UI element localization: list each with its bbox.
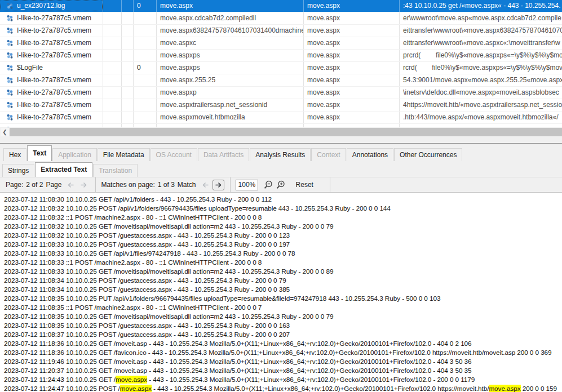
zoom-level-field[interactable]: 100% — [236, 180, 258, 190]
tab-annotations[interactable]: Annotations — [347, 148, 393, 161]
extracted-text-pane: 2023-07-12 11:08:30 10.10.0.25 GET /api/… — [0, 193, 562, 392]
keyword-match-cell: move.aspxc — [157, 37, 304, 49]
arrow-left-icon — [201, 182, 210, 188]
file-name-cell: $LogFile — [0, 62, 103, 74]
occurrences-cell: 0 — [134, 0, 157, 12]
keyword-match-cell: move.aspx.255.25 — [157, 74, 304, 86]
tab-other-occurrences[interactable]: Other Occurrences — [394, 148, 462, 161]
preview-cell: 4https://moveit.htb/«move.aspxtrailersas… — [400, 99, 562, 111]
score-cell — [103, 37, 122, 49]
tab-text[interactable]: Text — [27, 145, 52, 161]
file-name-cell: I-like-to-27a787c5.vmem — [0, 74, 103, 86]
zoom-out-icon[interactable] — [263, 180, 273, 190]
preview-cell: eittransfer\wwwroot\«move.aspx6382475787… — [400, 25, 562, 37]
keyword-highlight: move.aspx — [489, 385, 520, 392]
occurrences-cell — [134, 37, 157, 49]
preview-cell: :43 10.10.0.25 get /«move.aspx« - 443 - … — [400, 0, 562, 12]
scrollbar-thumb[interactable] — [10, 128, 562, 136]
scroll-left-button[interactable]: ❮ — [1, 128, 9, 136]
match-prev-button — [200, 180, 211, 190]
table-row[interactable]: $LogFile 0 move.aspxps move.aspx rcrd( f… — [0, 62, 562, 74]
tab-analysis-results[interactable]: Analysis Results — [250, 148, 311, 161]
keyword-hit-icon — [6, 51, 14, 60]
comment-cell — [122, 50, 134, 61]
tab-data-artifacts: Data Artifacts — [198, 148, 249, 161]
matches-label: Matches on page: — [101, 181, 154, 189]
scroll-left-icon: ❮ — [2, 129, 7, 135]
keyword-hit-icon — [6, 2, 14, 10]
occurrences-cell — [134, 25, 157, 37]
keyword-cell: move.aspx — [304, 50, 400, 61]
keyword-hit-icon — [6, 101, 14, 109]
comment-cell — [122, 74, 134, 86]
log-line: 2023-07-12 11:08:32 10.10.0.25 POST /gue… — [4, 231, 562, 240]
log-line: 2023-07-12 11:08:34 10.10.0.25 POST /gue… — [4, 276, 562, 285]
comment-cell — [122, 99, 134, 111]
table-row[interactable]: I-like-to-27a787c5.vmem move.aspxtrailer… — [0, 99, 562, 112]
tab-translation: Translation — [93, 164, 138, 177]
page-value: 2 of 2 — [26, 181, 43, 189]
table-row[interactable]: I-like-to-27a787c5.vmem move.aspxps move… — [0, 50, 562, 62]
table-row-selected[interactable]: u_ex230712.log 0 move.aspx move.aspx :43… — [0, 0, 562, 12]
toolbar-separator — [230, 177, 231, 192]
table-row[interactable]: I-like-to-27a787c5.vmem move.aspxmoveit.… — [0, 112, 562, 124]
keyword-hits-table: u_ex230712.log 0 move.aspx move.aspx :43… — [0, 0, 562, 127]
tab-extracted-text[interactable]: Extracted Text — [35, 162, 92, 177]
keyword-cell: move.aspx — [304, 37, 400, 49]
text-viewer-toolbar: Page: 2 of 2 Page Matches on page: 1 of … — [0, 177, 562, 193]
log-line: 2023-07-12 11:19:46 10.10.0.25 GET /move… — [4, 357, 562, 366]
arrow-right-icon — [214, 182, 223, 188]
keyword-hit-icon — [6, 76, 14, 84]
page-label: Page: — [6, 181, 23, 189]
tab-context: Context — [311, 148, 346, 161]
comment-cell — [122, 62, 134, 74]
tab-file-metadata[interactable]: File Metadata — [98, 148, 150, 161]
score-cell — [103, 25, 122, 37]
arrow-left-icon — [67, 182, 75, 188]
keyword-cell: move.aspx — [304, 12, 400, 24]
occurrences-cell: 0 — [134, 62, 157, 74]
comment-cell — [122, 0, 134, 12]
file-name-cell: I-like-to-27a787c5.vmem — [0, 112, 103, 123]
file-name: I-like-to-27a787c5.vmem — [17, 112, 91, 123]
log-line: 2023-07-12 11:18:36 10.10.0.25 GET /move… — [4, 339, 562, 348]
keyword-cell: move.aspx — [304, 99, 400, 111]
log-line: 2023-07-12 11:08:32 10.10.0.25 POST /api… — [4, 204, 562, 213]
file-name: I-like-to-27a787c5.vmem — [17, 25, 91, 37]
score-cell — [103, 0, 122, 12]
log-line: 2023-07-12 11:08:34 10.10.0.25 POST /gue… — [4, 285, 562, 294]
page-prev-button — [65, 180, 77, 190]
table-row[interactable]: I-like-to-27a787c5.vmem move.aspx6382475… — [0, 25, 562, 37]
table-row[interactable]: I-like-to-27a787c5.vmem move.aspx.255.25… — [0, 74, 562, 87]
keyword-match-cell: move.aspxps — [157, 62, 304, 74]
horizontal-scrollbar[interactable]: ❮ — [0, 127, 562, 137]
zoom-in-icon[interactable] — [276, 180, 286, 190]
score-cell — [103, 12, 122, 24]
keyword-cell: move.aspx — [304, 74, 400, 86]
log-line: 2023-07-12 11:08:32 ::1 POST /machine2.a… — [4, 213, 562, 222]
keyword-cell: move.aspx — [304, 25, 400, 37]
keyword-hit-icon — [6, 64, 14, 72]
page-unit: Page — [46, 181, 61, 189]
table-row[interactable]: I-like-to-27a787c5.vmem move.aspxp move.… — [0, 87, 562, 99]
comment-cell — [122, 87, 134, 99]
tab-hex[interactable]: Hex — [3, 148, 26, 161]
table-row[interactable]: I-like-to-27a787c5.vmem move.aspx.cdcab7… — [0, 12, 562, 25]
preview-cell: .htb:443/move.aspx/«move.aspxmoveit.htbm… — [400, 112, 562, 123]
match-next-button[interactable] — [213, 180, 224, 190]
reset-zoom-button[interactable]: Reset — [296, 181, 313, 189]
file-name: I-like-to-27a787c5.vmem — [17, 12, 91, 24]
keyword-match-cell: move.aspxmoveit.htbmozilla — [157, 112, 304, 123]
log-line: 2023-07-12 11:08:37 10.10.0.25 POST /gue… — [4, 330, 562, 339]
file-name: I-like-to-27a787c5.vmem — [17, 37, 91, 49]
file-name-cell: I-like-to-27a787c5.vmem — [0, 25, 103, 37]
keyword-match-cell: move.aspx — [157, 0, 304, 12]
keyword-hit-icon — [6, 39, 14, 47]
tab-strings[interactable]: Strings — [2, 164, 34, 177]
occurrences-cell — [134, 99, 157, 111]
log-line: 2023-07-12 11:08:33 ::1 POST /machine2.a… — [4, 258, 562, 267]
preview-cell: 54.3:9001/move.aspx«move.aspx.255.25«mov… — [400, 74, 562, 86]
keyword-cell: move.aspx — [304, 62, 400, 74]
table-row[interactable]: I-like-to-27a787c5.vmem move.aspxc move.… — [0, 37, 562, 50]
log-line: 2023-07-12 11:24:43 10.10.0.25 GET /move… — [4, 375, 562, 384]
